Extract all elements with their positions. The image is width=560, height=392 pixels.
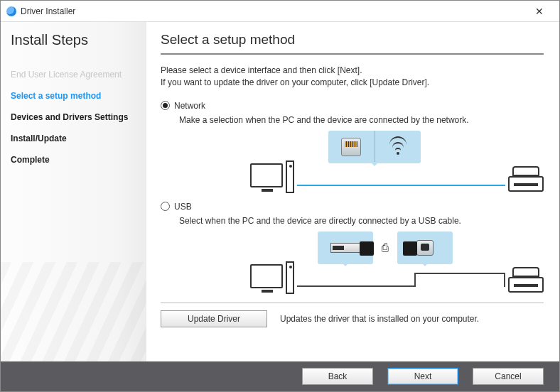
back-button[interactable]: Back [302, 368, 373, 385]
illustration-usb: ⎙ [179, 232, 544, 295]
radio-network[interactable] [161, 101, 170, 110]
titlebar: Driver Installer ✕ [1, 1, 559, 22]
window-title: Driver Installer [21, 6, 525, 16]
usb-cable-icon [414, 273, 505, 274]
network-badges [328, 131, 421, 163]
illustration-network [179, 131, 544, 195]
option-usb-desc: Select when the PC and the device are di… [179, 216, 544, 226]
usb-trident-icon: ⎙ [377, 232, 393, 264]
step-complete: Complete [11, 149, 139, 170]
usb-cable-icon [504, 273, 505, 287]
main-panel: Select a setup method Please select a de… [146, 22, 559, 361]
page-title: Select a setup method [161, 32, 544, 55]
intro-line-1: Please select a device interface and the… [161, 65, 544, 77]
close-icon[interactable]: ✕ [525, 1, 554, 21]
option-usb-label: USB [174, 202, 192, 212]
step-setup: Select a setup method [11, 85, 139, 107]
update-driver-desc: Updates the driver that is installed on … [280, 314, 479, 324]
pc-tower-icon [286, 160, 294, 193]
wifi-icon [387, 138, 409, 156]
step-eula: End User License Agreement [11, 64, 139, 85]
update-driver-button[interactable]: Update Driver [161, 310, 267, 327]
sidebar: Install Steps End User License Agreement… [1, 22, 146, 361]
option-usb[interactable]: USB [161, 202, 544, 212]
usb-cable-icon [414, 274, 416, 287]
update-driver-row: Update Driver Updates the driver that is… [161, 303, 544, 327]
option-network-label: Network [174, 101, 205, 111]
step-devices: Devices and Drivers Settings [11, 107, 139, 128]
network-cable-icon [297, 185, 505, 186]
content: Install Steps End User License Agreement… [1, 22, 559, 361]
radio-usb[interactable] [161, 202, 170, 211]
option-network-desc: Make a selection when the PC and the dev… [179, 115, 544, 125]
monitor-icon-2 [250, 264, 283, 288]
option-network[interactable]: Network [161, 101, 544, 111]
step-install: Install/Update [11, 128, 139, 149]
footer: Back Next Cancel [1, 361, 559, 391]
intro-line-2: If you want to update the driver on your… [161, 77, 544, 89]
sidebar-heading: Install Steps [11, 32, 139, 48]
usb-b-icon [416, 240, 434, 256]
printer-icon-2 [508, 264, 544, 293]
pc-tower-icon-2 [286, 261, 294, 294]
app-icon [6, 6, 16, 16]
usb-cable-icon [297, 285, 416, 287]
cancel-button[interactable]: Cancel [473, 368, 544, 385]
next-button[interactable]: Next [387, 368, 458, 385]
ethernet-icon [341, 138, 361, 156]
usb-a-icon [330, 243, 360, 253]
usb-badges: ⎙ [318, 232, 453, 264]
monitor-icon [250, 163, 283, 187]
intro-text: Please select a device interface and the… [161, 65, 544, 89]
printer-icon [508, 163, 544, 192]
